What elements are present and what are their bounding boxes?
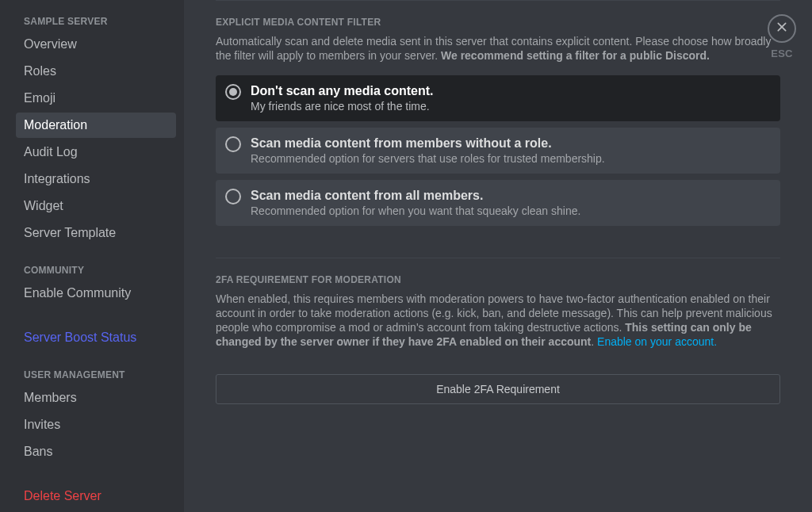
sidebar-header-server: SAMPLE SERVER (16, 16, 176, 32)
settings-sidebar: SAMPLE SERVER Overview Roles Emoji Moder… (0, 0, 184, 512)
twofa-enable-link[interactable]: Enable on your account. (597, 335, 717, 348)
sidebar-item-overview[interactable]: Overview (16, 32, 176, 57)
filter-option-title: Scan media content from all members. (251, 188, 580, 204)
sidebar-item-server-boost[interactable]: Server Boost Status (16, 325, 176, 350)
twofa-title: 2FA REQUIREMENT FOR MODERATION (216, 274, 780, 285)
enable-2fa-button[interactable]: Enable 2FA Requirement (216, 374, 780, 404)
sidebar-item-audit-log[interactable]: Audit Log (16, 139, 176, 165)
filter-option-title: Don't scan any media content. (251, 83, 434, 99)
sidebar-item-invites[interactable]: Invites (16, 412, 176, 437)
close-button-container: ESC (768, 14, 796, 59)
filter-option-sub: Recommended option for servers that use … (251, 151, 605, 166)
filter-option-title: Scan media content from members without … (251, 136, 605, 151)
sidebar-item-emoji[interactable]: Emoji (16, 86, 176, 111)
radio-icon (225, 189, 241, 204)
sidebar-item-moderation[interactable]: Moderation (16, 113, 176, 138)
settings-content: ESC EXPLICIT MEDIA CONTENT FILTER Automa… (184, 0, 812, 512)
filter-option-all[interactable]: Scan media content from all members. Rec… (216, 180, 780, 226)
filter-option-sub: My friends are nice most of the time. (251, 99, 434, 113)
radio-icon (225, 136, 241, 152)
close-button[interactable] (768, 14, 796, 43)
explicit-filter-desc-bold: We recommend setting a filter for a publ… (441, 49, 710, 62)
radio-icon (225, 84, 241, 100)
explicit-filter-description: Automatically scan and delete media sent… (216, 34, 780, 63)
twofa-desc-period: . (591, 335, 597, 348)
sidebar-item-server-template[interactable]: Server Template (16, 220, 176, 246)
filter-option-sub: Recommended option for when you want tha… (251, 204, 580, 218)
sidebar-item-delete-server[interactable]: Delete Server (16, 483, 176, 509)
sidebar-item-bans[interactable]: Bans (16, 439, 176, 464)
sidebar-item-integrations[interactable]: Integrations (16, 166, 176, 192)
sidebar-item-enable-community[interactable]: Enable Community (16, 281, 176, 306)
sidebar-item-members[interactable]: Members (16, 385, 176, 411)
twofa-description: When enabled, this requires members with… (216, 292, 780, 349)
close-label: ESC (768, 48, 796, 59)
filter-option-no-role[interactable]: Scan media content from members without … (216, 128, 780, 174)
explicit-filter-title: EXPLICIT MEDIA CONTENT FILTER (216, 17, 780, 28)
sidebar-header-community: COMMUNITY (16, 265, 176, 281)
sidebar-item-roles[interactable]: Roles (16, 59, 176, 84)
sidebar-item-widget[interactable]: Widget (16, 193, 176, 219)
filter-option-none[interactable]: Don't scan any media content. My friends… (216, 75, 780, 121)
close-icon (776, 21, 788, 36)
sidebar-header-user-management: USER MANAGEMENT (16, 369, 176, 385)
